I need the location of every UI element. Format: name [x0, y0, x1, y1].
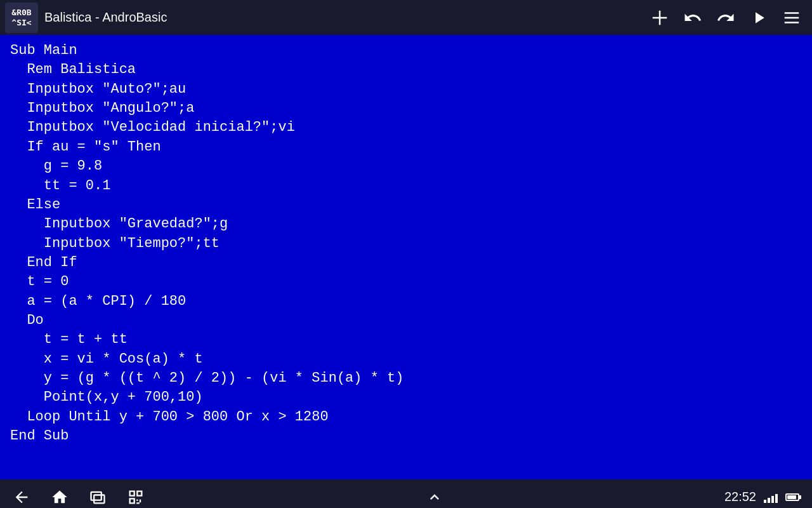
svg-rect-3 [785, 17, 799, 18]
recents-button[interactable] [89, 488, 107, 506]
logo-line1: &R0B [11, 8, 31, 18]
redo-icon [716, 8, 735, 27]
up-icon [426, 488, 443, 506]
svg-rect-5 [91, 491, 102, 500]
home-button[interactable] [51, 488, 69, 506]
nav-buttons [13, 488, 145, 506]
back-button[interactable] [13, 488, 30, 506]
up-button[interactable] [426, 488, 443, 506]
undo-button[interactable] [678, 3, 708, 33]
status-area: 22:52 [724, 490, 799, 504]
code-editor[interactable]: Sub Main Rem Balistica Inputbox "Auto?";… [0, 35, 812, 479]
back-icon [13, 488, 30, 506]
toolbar: &R0B ^SI< Balistica - AndroBasic [0, 0, 812, 35]
svg-rect-6 [94, 495, 104, 503]
signal-icon [764, 491, 778, 503]
menu-icon [782, 8, 801, 27]
add-button[interactable] [645, 3, 675, 33]
plus-icon [650, 8, 669, 27]
logo-line2: ^SI< [11, 18, 31, 28]
svg-rect-1 [653, 17, 667, 18]
home-icon [51, 488, 69, 506]
clock: 22:52 [724, 490, 756, 504]
app-title: Balistica - AndroBasic [44, 10, 642, 25]
app-logo: &R0B ^SI< [5, 3, 38, 33]
qr-button[interactable] [127, 488, 145, 506]
redo-button[interactable] [710, 3, 741, 33]
menu-button[interactable] [776, 3, 807, 33]
run-icon [749, 8, 768, 27]
code-content: Sub Main Rem Balistica Inputbox "Auto?";… [10, 41, 802, 446]
qr-icon [127, 488, 145, 506]
bottom-navigation: 22:52 [0, 479, 812, 508]
recents-icon [89, 488, 107, 506]
svg-rect-2 [785, 12, 799, 14]
svg-rect-4 [785, 22, 799, 23]
battery-icon [785, 493, 799, 501]
bottom-center [426, 488, 443, 506]
run-button[interactable] [743, 3, 774, 33]
undo-icon [683, 8, 702, 27]
